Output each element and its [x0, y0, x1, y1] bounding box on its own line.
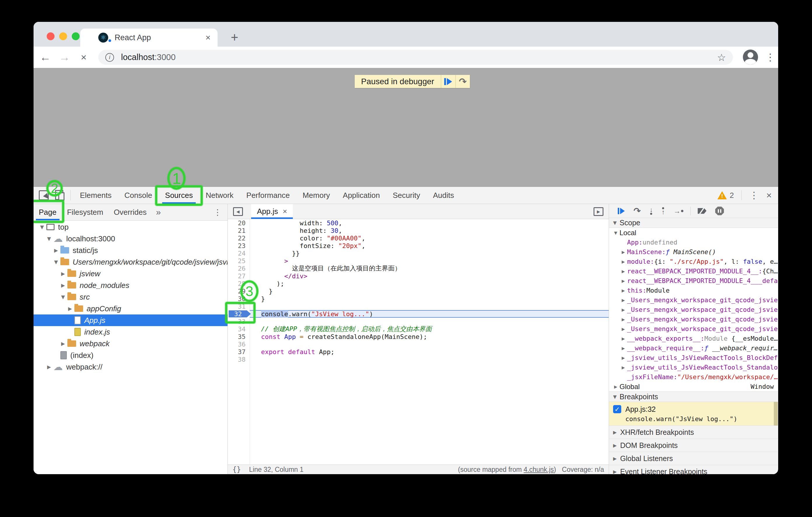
browser-menu-icon[interactable]: ⋮: [764, 49, 776, 65]
code-line-23[interactable]: 23 fontSize: "20px",: [228, 242, 609, 249]
minimize-traffic-light[interactable]: [59, 32, 67, 40]
scope-expand-arrow-icon[interactable]: ▼: [612, 231, 619, 235]
code-line-32[interactable]: 32console.warn("JsView log..."): [228, 310, 609, 318]
devtools-tab-network[interactable]: Network: [199, 187, 240, 204]
scope-expand-arrow-icon[interactable]: ▶: [619, 346, 627, 351]
scope-row-local[interactable]: ▼Local: [609, 228, 778, 238]
tree-expand-arrow-icon[interactable]: ▶: [59, 341, 67, 346]
pretty-print-icon[interactable]: {}: [232, 465, 241, 474]
scope-expand-arrow-icon[interactable]: ▶: [619, 356, 627, 360]
code-line-25[interactable]: 25 >: [228, 257, 609, 265]
code-line-20[interactable]: 20 width: 500,: [228, 219, 609, 227]
section-dom-breakpoints[interactable]: ▶DOM Breakpoints: [609, 439, 778, 452]
tree-item-localhost-3000[interactable]: ▼☁localhost:3000: [33, 233, 228, 244]
scope-row-this[interactable]: ▶this: Module: [609, 285, 778, 295]
pause-on-exceptions-icon[interactable]: [715, 207, 724, 215]
line-number[interactable]: 36: [228, 340, 250, 348]
resume-script-button[interactable]: [441, 75, 455, 88]
step-out-icon[interactable]: ↑: [662, 207, 665, 215]
navigator-tab-overrides[interactable]: Overrides: [109, 204, 152, 220]
forward-icon[interactable]: →: [56, 49, 72, 66]
console-warnings-badge[interactable]: ! 2: [718, 191, 734, 200]
scope-row--users-mengxk-workspace-git-qcode-jsvie-[interactable]: ▶_Users_mengxk_workspace_git_qcode_jsvie…: [609, 314, 778, 324]
section-xhr-fetch-breakpoints[interactable]: ▶XHR/fetch Breakpoints: [609, 426, 778, 439]
scope-row--jsview-utils-jsviewreacttools-blockdef-[interactable]: ▶_jsview_utils_JsViewReactTools_BlockDef…: [609, 353, 778, 363]
tree-item-users-mengxk-workspace-git-qcode-jsview-jsview-e[interactable]: ▼Users/mengxk/workspace/git/qcode/jsview…: [33, 256, 228, 268]
editor-tab-close-icon[interactable]: ×: [283, 207, 287, 216]
code-line-26[interactable]: 26 这是空项目（在此加入项目的主界面）: [228, 265, 609, 272]
scope-section-header[interactable]: ▼Scope: [609, 218, 778, 228]
scope-row--users-mengxk-workspace-git-qcode-jsvie-[interactable]: ▶_Users_mengxk_workspace_git_qcode_jsvie…: [609, 305, 778, 314]
line-number[interactable]: 35: [228, 333, 250, 340]
line-number[interactable]: 20: [228, 219, 250, 227]
devtools-tab-performance[interactable]: Performance: [240, 187, 296, 204]
tree-item-src[interactable]: ▼src: [33, 291, 228, 303]
code-line-24[interactable]: 24 }}: [228, 249, 609, 257]
code-line-28[interactable]: 28 );: [228, 280, 609, 287]
devtools-tab-console[interactable]: Console: [118, 187, 158, 204]
tree-item-webpack[interactable]: ▶webpack: [33, 338, 228, 349]
code-line-36[interactable]: 36: [228, 340, 609, 348]
tree-expand-arrow-icon[interactable]: ▶: [66, 306, 75, 311]
scope-row--webpack-exports-[interactable]: ▶__webpack_exports__: Module {__esModule…: [609, 334, 778, 343]
editor-tab-appjs[interactable]: App.js ×: [251, 204, 293, 219]
line-number[interactable]: 24: [228, 249, 250, 257]
breakpoint-checkbox[interactable]: ✓: [613, 405, 621, 413]
resume-icon[interactable]: [618, 208, 625, 214]
line-number[interactable]: 22: [228, 234, 250, 242]
scope-row--users-mengxk-workspace-git-qcode-jsvie-[interactable]: ▶_Users_mengxk_workspace_git_qcode_jsvie…: [609, 324, 778, 334]
tree-expand-arrow-icon[interactable]: ▼: [45, 236, 53, 242]
deactivate-breakpoints-icon[interactable]: [698, 208, 706, 214]
scope-expand-arrow-icon[interactable]: ▶: [619, 317, 627, 322]
site-info-icon[interactable]: i: [105, 53, 114, 62]
code-line-34[interactable]: 34// 创建APP，带有视图焦点控制，启动后，焦点交由本界面: [228, 325, 609, 333]
code-line-37[interactable]: 37export default App;: [228, 348, 609, 356]
code-line-30[interactable]: 30}: [228, 295, 609, 303]
close-traffic-light[interactable]: [47, 32, 55, 40]
address-bar[interactable]: i localhost:3000 ☆: [98, 50, 733, 65]
tree-expand-arrow-icon[interactable]: ▼: [52, 259, 60, 265]
bookmark-star-icon[interactable]: ☆: [717, 52, 726, 63]
section-event-listener-breakpoints[interactable]: ▶Event Listener Breakpoints: [609, 465, 778, 474]
scope-expand-arrow-icon[interactable]: ▶: [619, 288, 627, 293]
line-number[interactable]: 23: [228, 242, 250, 249]
tree-item-webpack-[interactable]: ▶☁webpack://: [33, 361, 228, 373]
step-over-button[interactable]: ↷: [455, 75, 470, 88]
line-number[interactable]: 38: [228, 356, 250, 363]
scope-expand-arrow-icon[interactable]: ▶: [619, 336, 627, 341]
tree-item--index-[interactable]: (index): [33, 349, 228, 361]
scope-expand-arrow-icon[interactable]: ▶: [619, 279, 627, 283]
code-line-33[interactable]: 33: [228, 318, 609, 325]
breakpoint-entry[interactable]: ✓ App.js:32 console.warn("JsView log..."…: [609, 402, 778, 426]
code-line-31[interactable]: 31: [228, 303, 609, 310]
line-number[interactable]: 26: [228, 265, 250, 272]
tree-expand-arrow-icon[interactable]: ▼: [38, 224, 47, 230]
maximize-traffic-light[interactable]: [72, 32, 80, 40]
tree-item-index-js[interactable]: index.js: [33, 326, 228, 338]
source-map-link[interactable]: 4.chunk.js: [524, 466, 554, 473]
back-icon[interactable]: ←: [37, 49, 53, 66]
show-debugger-icon[interactable]: ▶: [593, 207, 604, 216]
scope-expand-arrow-icon[interactable]: ▶: [619, 260, 627, 264]
devtools-tab-security[interactable]: Security: [386, 187, 427, 204]
code-line-21[interactable]: 21 height: 30,: [228, 227, 609, 234]
scope-row--jsxfilename[interactable]: _jsxFileName: "/Users/mengxk/workspace/…: [609, 372, 778, 382]
tree-expand-arrow-icon[interactable]: ▶: [45, 364, 53, 370]
devtools-close-icon[interactable]: ×: [766, 190, 772, 201]
tree-expand-arrow-icon[interactable]: ▶: [59, 271, 67, 277]
scope-expand-arrow-icon[interactable]: ▶: [619, 365, 627, 370]
new-tab-button[interactable]: +: [227, 30, 242, 44]
navigator-tab-filesystem[interactable]: Filesystem: [62, 204, 109, 220]
scope-row-app[interactable]: App: undefined: [609, 238, 778, 247]
step-icon[interactable]: →: [673, 207, 684, 215]
tree-item-jsview[interactable]: ▶jsview: [33, 268, 228, 279]
scope-row-module[interactable]: ▶module: {i: "./src/App.js", l: false, e…: [609, 257, 778, 266]
profile-avatar[interactable]: [743, 50, 758, 65]
line-number[interactable]: 25: [228, 257, 250, 265]
step-into-icon[interactable]: ↓: [649, 207, 653, 215]
devtools-tab-sources[interactable]: Sources1: [159, 187, 199, 204]
line-number[interactable]: 27: [228, 272, 250, 280]
tree-item-app-js[interactable]: App.js: [33, 314, 228, 326]
devtools-tab-memory[interactable]: Memory: [296, 187, 336, 204]
scope-row-global[interactable]: ▶GlobalWindow: [609, 382, 778, 391]
